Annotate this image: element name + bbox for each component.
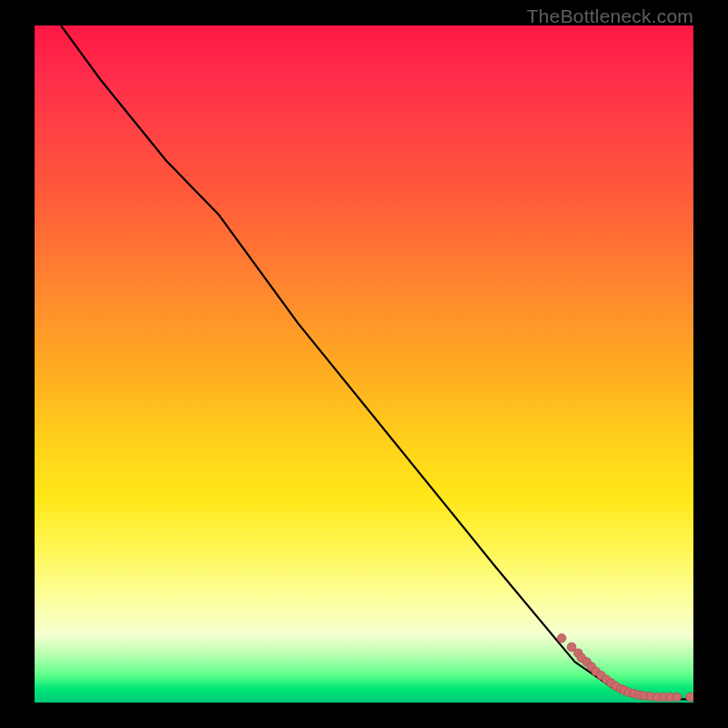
- plot-area: [35, 25, 693, 703]
- chart-frame: TheBottleneck.com: [0, 0, 728, 728]
- bottleneck-curve: [61, 25, 693, 699]
- data-point: [672, 693, 682, 702]
- data-points-group: [557, 634, 693, 702]
- chart-overlay: [35, 25, 693, 703]
- data-point: [557, 634, 566, 643]
- data-point: [686, 693, 693, 702]
- watermark-text: TheBottleneck.com: [527, 5, 693, 27]
